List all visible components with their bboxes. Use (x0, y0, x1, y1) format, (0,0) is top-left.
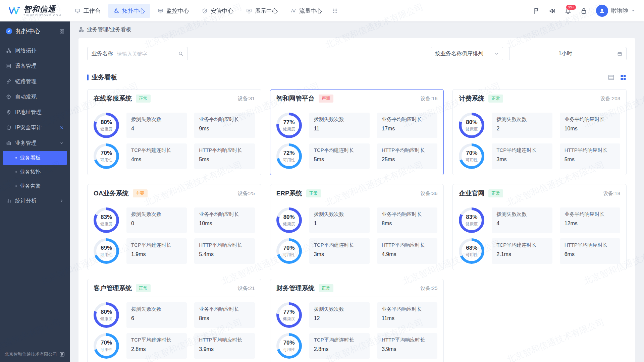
gauge-label: 健康度 (466, 221, 478, 227)
metric-label: TCP平均建连时长 (496, 147, 547, 154)
metric-label: 拨测失败次数 (131, 211, 182, 218)
grid-view-icon[interactable] (620, 74, 627, 81)
business-card[interactable]: 计费系统正常设备:20380%健康度拨测失败次数2业务平均响应时长10ms70%… (452, 89, 627, 175)
sidebar-subitem-business-dashboard[interactable]: 业务看板 (3, 151, 67, 165)
bullet-dot (15, 185, 17, 187)
collapse-panel-icon[interactable] (59, 351, 65, 357)
sidebar-subitem-business-alarm[interactable]: 业务告警 (0, 179, 70, 193)
nav-item-security-center[interactable]: 安管中心 (197, 4, 238, 18)
gauge-donut: 80%健康度 (459, 113, 484, 138)
gauge-label: 可用性 (100, 347, 112, 353)
card-title: 客户管理系统 (94, 284, 132, 293)
gauge-label: 可用性 (100, 157, 112, 163)
status-badge: 严重 (319, 95, 333, 103)
card-metrics-row: 70%可用性TCP平均建连时长3msHTTP平均响应时长4.9ms (276, 238, 438, 264)
gauge-text: 70%可用性 (466, 150, 478, 163)
business-card[interactable]: 客户管理系统正常设备:2180%健康度拨测失败次数6业务平均响应时长8ms70%… (87, 279, 261, 362)
section-accent-bar (87, 74, 89, 80)
close-icon[interactable] (60, 126, 64, 130)
flag-icon[interactable] (533, 7, 540, 14)
metric-label: TCP平均建连时长 (131, 337, 182, 343)
sidebar-item-auto-discovery[interactable]: 自动发现 (0, 89, 70, 105)
lock-icon[interactable] (580, 7, 587, 14)
user-menu[interactable]: 啦啦啦 (596, 5, 635, 17)
business-card[interactable]: OA业务系统主要设备:2583%健康度拨测失败次数0业务平均响应时长10ms69… (87, 184, 261, 270)
search-box[interactable]: 业务名称 (87, 47, 188, 60)
sidebar-subitem-label: 业务拓扑 (20, 169, 41, 176)
nav-item-traffic-center[interactable]: 流量中心 (285, 4, 327, 18)
nav-item-display-center[interactable]: 展示中心 (241, 4, 283, 18)
gauge-value: 83% (466, 214, 478, 221)
business-management-submenu: 业务看板 业务拓扑 业务告警 (0, 151, 70, 193)
search-input[interactable] (116, 51, 175, 57)
gauge-value: 77% (283, 119, 295, 126)
metric-label: TCP平均建连时长 (496, 242, 547, 248)
time-range-picker[interactable]: 1小时 (509, 47, 627, 60)
table-view-icon[interactable] (608, 74, 614, 81)
metric-value: 1.9ms (131, 251, 182, 257)
metric-value: 4.9ms (382, 251, 433, 257)
metric-label: TCP平均建连时长 (314, 242, 365, 248)
logo[interactable]: 智和信通 ZHIHEXINTONG.COM (9, 5, 68, 17)
metric-value: 6 (131, 315, 182, 321)
gauge-label: 健康度 (283, 316, 295, 322)
sidebar-item-link-management[interactable]: 链路管理 (0, 74, 70, 89)
sidebar-item-ip-address-management[interactable]: IP地址管理 (0, 105, 70, 120)
business-card[interactable]: 企业官网正常设备:1883%健康度拨测失败次数4业务平均响应时长12ms68%可… (452, 184, 627, 270)
metric-value: 3ms (314, 251, 365, 257)
card-metrics-row: 69%可用性TCP平均建连时长1.9msHTTP平均响应时长5.4ms (94, 238, 255, 264)
metric-label: 业务平均响应时长 (382, 116, 433, 123)
sidebar-subitem-business-topology[interactable]: 业务拓扑 (0, 165, 70, 179)
sidebar-apps-icon[interactable] (59, 29, 64, 34)
metric-label: 业务平均响应时长 (382, 211, 433, 218)
gauge-value: 80% (100, 119, 112, 126)
nav-item-topology-center[interactable]: 拓扑中心 (108, 4, 150, 18)
sidebar-item-label: 设备管理 (15, 63, 37, 70)
sidebar-footer: 北京智和信通技术有限公司 (0, 347, 70, 362)
gauge-label: 健康度 (100, 126, 112, 132)
notification-badge: 99+ (566, 4, 577, 10)
metric-value: 8ms (382, 221, 433, 227)
speaker-icon[interactable] (549, 7, 556, 14)
sidebar-item-network-topology[interactable]: 网络拓扑 (0, 43, 70, 58)
gauge-donut: 77%健康度 (276, 302, 302, 328)
topology-center-icon (113, 8, 119, 14)
gauge-donut: 70%可用性 (459, 143, 484, 169)
metric-box: 业务平均响应时长12ms (560, 207, 620, 233)
sidebar-item-label: 链路管理 (15, 78, 37, 85)
gauge-value: 69% (100, 245, 112, 251)
business-card[interactable]: 在线客服系统正常设备:3180%健康度拨测失败次数4业务平均响应时长9ms70%… (87, 89, 261, 175)
device-count: 设备:25 (420, 285, 437, 292)
gauge-value: 70% (466, 150, 478, 157)
nav-item-monitor-center[interactable]: 监控中心 (153, 4, 194, 18)
business-card[interactable]: 财务管理系统正常设备:2577%健康度拨测失败次数12业务平均响应时长11ms7… (270, 279, 444, 362)
breadcrumb-text: 业务管理/业务看板 (87, 26, 131, 33)
nav-item-workbench[interactable]: 工作台 (70, 4, 106, 18)
card-title: ERP系统 (276, 189, 302, 198)
gauge-label: 健康度 (466, 126, 478, 132)
nav-item-label: 拓扑中心 (122, 7, 145, 15)
sidebar-item-ip-security-audit[interactable]: IP安全审计 (0, 120, 70, 135)
gauge-donut: 83%健康度 (459, 207, 484, 233)
sidebar-item-device-management[interactable]: 设备管理 (0, 58, 70, 74)
sidebar-item-label: 业务管理 (15, 140, 37, 147)
gauge-value: 77% (283, 309, 295, 315)
sidebar-item-business-management[interactable]: 业务管理 (0, 135, 70, 151)
business-card[interactable]: ERP系统正常设备:3680%健康度拨测失败次数1业务平均响应时长8ms70%可… (270, 184, 444, 270)
card-title: 计费系统 (459, 94, 484, 103)
metric-box: TCP平均建连时长1.9ms (126, 238, 187, 264)
card-title: 财务管理系统 (276, 284, 315, 293)
bell-icon[interactable]: 99+ (565, 7, 572, 14)
metric-value: 5.4ms (199, 251, 250, 257)
apps-grid-icon[interactable] (332, 8, 338, 13)
metric-label: 拨测失败次数 (314, 116, 365, 123)
search-icon[interactable] (178, 51, 183, 56)
metric-value: 2.1ms (496, 251, 547, 257)
nav-item-label: 流量中心 (299, 7, 322, 15)
business-card[interactable]: 智和网管平台严重设备:1677%健康度拨测失败次数11业务平均响应时长17ms7… (270, 89, 444, 175)
sidebar-title: 拓扑中心 (16, 27, 40, 35)
metric-value: 2.8ms (131, 346, 182, 352)
sidebar-item-label: 统计分析 (15, 197, 37, 204)
sort-select[interactable]: 按业务名称倒序排列 (431, 47, 503, 60)
sidebar-item-statistics[interactable]: 统计分析 (0, 193, 70, 208)
